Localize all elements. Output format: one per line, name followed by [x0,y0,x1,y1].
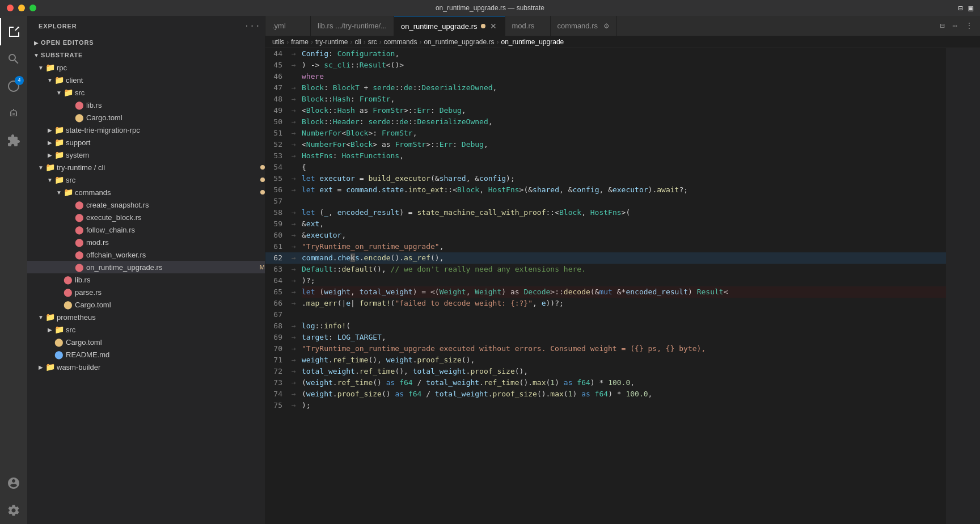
window-controls [7,5,36,11]
title-bar-icons: ⊟ ▣ [958,3,973,13]
tab-modified-dot [481,24,485,28]
activity-explorer[interactable] [0,18,27,45]
tab-on-runtime-label: on_runtime_upgrade.rs [401,22,477,31]
activity-account[interactable] [0,470,27,497]
tree-item-parse-rs[interactable]: ▶ ⬤ parse.rs [27,286,265,298]
activity-git[interactable]: 4 [0,73,27,100]
tab-on-runtime[interactable]: on_runtime_upgrade.rs ✕ [394,16,505,36]
substrate-label: SUBSTRATE [41,52,265,58]
close-button[interactable] [7,5,14,11]
tree-item-commands[interactable]: ▼ 📁 commands [27,186,265,198]
tree-item-try-runtime[interactable]: ▼ 📁 try-runtime / cli [27,161,265,174]
tree-item-rpc[interactable]: ▼ 📁 rpc [27,61,265,74]
activity-settings[interactable] [0,497,27,524]
code-line-44: 44 → Config: Configuration, [265,48,946,60]
layout-icon[interactable]: ▣ [969,3,973,13]
tree-item-wasm-builder[interactable]: ▶ 📁 wasm-builder [27,361,265,373]
breadcrumb-on-runtime-file[interactable]: on_runtime_upgrade.rs [424,38,494,46]
tree-item-lib-client[interactable]: ▶ ⬤ lib.rs [27,99,265,111]
code-line-74: 74 → (weight.proof_size() as f64 / total… [265,388,946,400]
code-line-70: 70 → "TryRuntime_on_runtime_upgrade exec… [265,343,946,354]
tree-item-client[interactable]: ▼ 📁 client [27,74,265,86]
tree-item-on-runtime-upgrade[interactable]: ▶ ⬤ on_runtime_upgrade.rs M [27,261,265,273]
tree-item-execute-block[interactable]: ▶ ⬤ execute_block.rs [27,211,265,223]
code-line-75: 75 → ); [265,400,946,411]
maximize-button[interactable] [29,5,36,11]
tree-item-support[interactable]: ▶ 📁 support [27,136,265,149]
file-icon-cargo-client: ⬤ [75,113,84,122]
code-editor[interactable]: 44 → Config: Configuration, 45 → ) -> sc… [265,48,980,524]
folder-icon-system: 📁 [54,150,64,159]
tabs-action-split[interactable]: ⊟ [937,20,947,32]
tab-command[interactable]: command.rs ⚙ [551,16,618,36]
code-line-53: 53 → HostFns: HostFunctions, [265,150,946,162]
tree-item-state-trie[interactable]: ▶ 📁 state-trie-migration-rpc [27,124,265,136]
code-line-46: 46 where [265,71,946,82]
breadcrumb: utils › frame › try-runtime › cli › src … [265,36,980,48]
activity-search[interactable] [0,45,27,73]
substrate-root[interactable]: ▼ SUBSTRATE [27,49,265,61]
code-line-52: 52 → <NumberFor<Block> as FromStr>::Err:… [265,139,946,150]
split-icon[interactable]: ⊟ [958,3,962,13]
code-line-66: 66 → .map_err(|e| format!("failed to dec… [265,298,946,309]
code-line-73: 73 → (weight.ref_time() as f64 / total_w… [265,377,946,388]
breadcrumb-cli[interactable]: cli [354,38,361,46]
folder-icon-src-client: 📁 [64,88,73,97]
breadcrumb-src[interactable]: src [368,38,377,46]
code-line-55: 55 → let executor = build_executor(&shar… [265,173,946,184]
code-line-57: 57 [265,196,946,207]
tree-item-src-prom[interactable]: ▶ 📁 src [27,323,265,336]
tree-item-src-client[interactable]: ▼ 📁 src [27,86,265,99]
code-line-68: 68 → log::info!( [265,320,946,332]
breadcrumb-utils[interactable]: utils [272,38,284,46]
activity-bar: 4 [0,16,27,524]
folder-icon-wasm-builder: 📁 [45,362,54,371]
tab-lib[interactable]: lib.rs .../try-runtime/... [311,16,394,36]
tab-close-btn[interactable]: ✕ [489,22,498,31]
substrate-arrow: ▼ [32,50,41,60]
tree-item-system[interactable]: ▶ 📁 system [27,149,265,161]
tree-item-readme-prom[interactable]: ▶ ⬤ README.md [27,348,265,361]
tree-item-lib-try[interactable]: ▶ ⬤ lib.rs [27,273,265,286]
code-line-67: 67 [265,309,946,320]
open-editors-arrow: ▶ [32,38,41,47]
code-line-51: 51 → NumberFor<Block>: FromStr, [265,128,946,139]
code-line-48: 48 → Block::Hash: FromStr, [265,94,946,105]
tree-item-cargo-try[interactable]: ▶ ⬤ Cargo.toml [27,298,265,311]
tabs-action-overflow[interactable]: ⋯ [951,20,960,32]
tabs-action-more[interactable]: ⋮ [963,20,975,32]
breadcrumb-commands[interactable]: commands [384,38,417,46]
minimize-button[interactable] [18,5,25,11]
activity-run[interactable] [0,100,27,127]
tab-mod[interactable]: mod.rs [505,16,551,36]
breadcrumb-frame[interactable]: frame [291,38,309,46]
explorer-menu[interactable]: ··· [244,21,260,31]
try-runtime-dot [260,165,265,170]
file-icon-mod-rs: ⬤ [75,238,84,247]
breadcrumb-on-runtime-fn[interactable]: on_runtime_upgrade [501,38,564,46]
tree-item-src-try[interactable]: ▼ 📁 src [27,174,265,186]
file-icon-cargo-prom: ⬤ [54,337,64,346]
tree-item-follow-chain[interactable]: ▶ ⬤ follow_chain.rs [27,223,265,236]
code-line-60: 60 → &executor, [265,230,946,241]
tree-item-prometheus[interactable]: ▼ 📁 prometheus [27,311,265,323]
tree-item-create-snapshot[interactable]: ▶ ⬤ create_snapshot.rs [27,198,265,211]
code-line-58: 58 → let (_, encoded_result) = state_mac… [265,207,946,218]
minimap [946,48,980,524]
code-line-69: 69 → target: LOG_TARGET, [265,332,946,343]
folder-icon-client: 📁 [54,75,64,84]
code-line-62: 62 → command.cheks.encode().as_ref(), [265,252,946,264]
tree-item-cargo-prom[interactable]: ▶ ⬤ Cargo.toml [27,336,265,348]
open-editors-section[interactable]: ▶ OPEN EDITORS [27,36,265,49]
folder-icon-support: 📁 [54,138,64,147]
tree-item-cargo-client[interactable]: ▶ ⬤ Cargo.toml [27,111,265,124]
file-icon-cargo-try: ⬤ [64,300,73,309]
code-line-54: 54 { [265,162,946,173]
activity-extensions[interactable] [0,127,27,154]
tree-item-offchain-worker[interactable]: ▶ ⬤ offchain_worker.rs [27,248,265,261]
tab-lib-label: lib.rs .../try-runtime/... [318,22,387,30]
code-line-59: 59 → &ext, [265,218,946,230]
breadcrumb-try-runtime[interactable]: try-runtime [315,38,348,46]
tree-item-mod-rs[interactable]: ▶ ⬤ mod.rs [27,236,265,248]
tab-yaml[interactable]: .yml [265,16,311,36]
